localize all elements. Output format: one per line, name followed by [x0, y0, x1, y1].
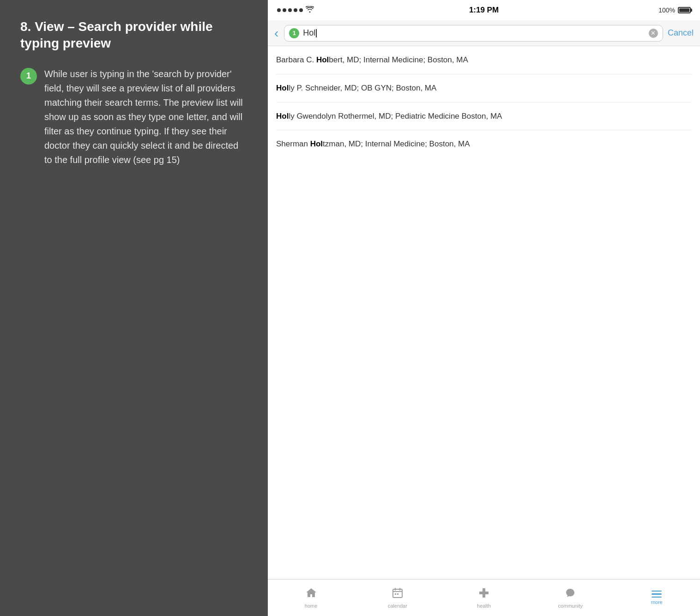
tab-calendar-label: calendar — [388, 603, 407, 609]
result-prefix-4: Sherman — [276, 139, 310, 148]
search-query-text: Hol — [303, 28, 315, 37]
search-query[interactable]: Hol — [303, 28, 645, 38]
result-bold-1: Hol — [316, 55, 329, 64]
battery-percent: 100% — [658, 6, 675, 14]
more-icon — [652, 591, 662, 598]
search-step-badge: 1 — [289, 28, 299, 38]
step-row: 1 While user is typing in the 'search by… — [20, 67, 247, 167]
tab-home-label: home — [305, 603, 318, 609]
step-badge: 1 — [20, 68, 37, 85]
result-bold-2: Hol — [276, 84, 289, 92]
tab-bar: home calendar h — [268, 579, 700, 616]
tab-more-label: more — [651, 599, 663, 605]
hamburger-line-2 — [652, 593, 662, 595]
tab-community[interactable]: community — [527, 580, 614, 616]
result-item-1[interactable]: Barbara C. Holbert, MD; Internal Medicin… — [276, 46, 692, 74]
calendar-icon — [392, 587, 403, 601]
mobile-screen: 1:19 PM 100% ‹ 1 Hol ✕ Cancel Barbara C.… — [268, 0, 700, 616]
status-time: 1:19 PM — [469, 6, 499, 15]
page-title: 8. View – Search provider while typing p… — [20, 18, 247, 52]
signal-dots — [277, 8, 303, 12]
result-item-3[interactable]: Holly Gwendolyn Rothermel, MD; Pediatric… — [276, 103, 692, 131]
search-bar: ‹ 1 Hol ✕ Cancel — [268, 20, 700, 46]
svg-rect-4 — [479, 592, 489, 594]
status-bar: 1:19 PM 100% — [268, 0, 700, 20]
battery-icon — [678, 7, 691, 13]
hamburger-line-1 — [652, 591, 662, 592]
cancel-button[interactable]: Cancel — [668, 28, 694, 38]
tab-community-label: community — [558, 603, 583, 609]
clear-search-button[interactable]: ✕ — [649, 29, 658, 38]
tab-calendar[interactable]: calendar — [354, 580, 441, 616]
signal-dot-5 — [299, 8, 303, 12]
svg-rect-1 — [395, 593, 396, 595]
step-description: While user is typing in the 'search by p… — [44, 67, 247, 167]
signal-dot-1 — [277, 8, 281, 12]
result-prefix-1: Barbara C. — [276, 55, 316, 64]
health-icon — [478, 587, 489, 601]
home-icon — [305, 587, 317, 601]
signal-dot-2 — [283, 8, 286, 12]
back-button[interactable]: ‹ — [274, 27, 278, 40]
signal-area — [277, 6, 314, 14]
hamburger-line-3 — [652, 597, 662, 598]
wifi-icon — [306, 6, 314, 14]
left-panel: 8. View – Search provider while typing p… — [0, 0, 268, 616]
battery-area: 100% — [658, 6, 691, 14]
search-input-wrap[interactable]: 1 Hol ✕ — [284, 25, 663, 42]
tab-health[interactable]: health — [441, 580, 527, 616]
tab-home[interactable]: home — [268, 580, 354, 616]
result-suffix-1: bert, MD; Internal Medicine; Boston, MA — [329, 55, 468, 64]
result-item-4[interactable]: Sherman Holtzman, MD; Internal Medicine;… — [276, 130, 692, 158]
text-cursor — [316, 29, 317, 37]
search-results-list: Barbara C. Holbert, MD; Internal Medicin… — [268, 46, 700, 579]
result-bold-4: Hol — [310, 139, 323, 148]
result-suffix-2: ly P. Schneider, MD; OB GYN; Boston, MA — [289, 84, 436, 92]
battery-fill — [679, 8, 689, 12]
result-suffix-3: ly Gwendolyn Rothermel, MD; Pediatric Me… — [289, 112, 502, 121]
tab-more[interactable]: more — [614, 580, 700, 616]
result-item-2[interactable]: Holly P. Schneider, MD; OB GYN; Boston, … — [276, 74, 692, 103]
signal-dot-4 — [294, 8, 297, 12]
tab-health-label: health — [477, 603, 491, 609]
signal-dot-3 — [288, 8, 292, 12]
community-icon — [564, 587, 576, 601]
result-suffix-4: tzman, MD; Internal Medicine; Boston, MA — [323, 139, 470, 148]
svg-rect-2 — [397, 593, 398, 595]
result-bold-3: Hol — [276, 112, 289, 121]
